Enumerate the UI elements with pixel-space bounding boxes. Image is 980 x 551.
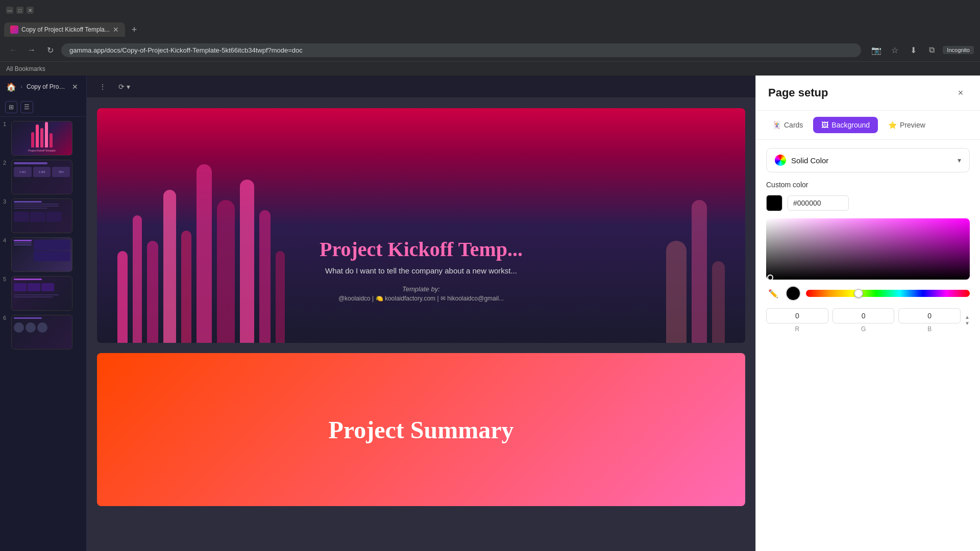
rgb-r-label: R [795,325,800,333]
tab-bar: Copy of Project Kickoff Templa... ✕ + [0,20,980,39]
slide-1: Project Kickoff Temp... What do I want t… [97,108,745,343]
tab-title: Copy of Project Kickoff Templa... [21,26,110,33]
breadcrumb-text: Copy of Project Kickoff Template [27,83,66,90]
color-gradient [766,218,970,280]
hue-slider-wrapper [806,290,970,297]
incognito-badge[interactable]: Incognito [943,46,974,54]
preview-tab-icon: ⭐ [888,121,897,129]
chevron-down-icon: ▾ [958,156,961,164]
hue-thumb[interactable] [854,289,863,298]
cards-tab-icon: 🃏 [772,121,781,129]
preview-tab-label: Preview [900,121,925,129]
address-bar-row: ← → ↻ 📷 ☆ ⬇ ⧉ Incognito [0,39,980,61]
background-tab-icon: 🖼 [821,121,828,129]
eyedropper-button[interactable]: ✏️ [766,287,780,300]
color-preview-swatch [766,195,782,211]
new-tab-button[interactable]: + [127,22,141,37]
tab-background[interactable]: 🖼 Background [813,117,878,133]
reload-button[interactable]: ↻ [43,43,57,57]
forward-button[interactable]: → [24,43,39,57]
rgb-r-input[interactable] [766,308,828,323]
slide-item-1[interactable]: 1 Project Kickoff Template [3,121,83,156]
tab-favicon [10,26,18,34]
solid-color-left: Solid Color [775,155,828,166]
sidebar-toolbar: ⊞ ☰ [0,98,86,117]
rotate-button[interactable]: ⟳ ▾ [114,81,134,93]
minimize-button[interactable]: — [6,7,13,14]
more-options-button[interactable]: ⋮ [95,81,110,93]
sidebar-close-button[interactable]: ✕ [70,82,80,92]
slides-container: Project Kickoff Temp... What do I want t… [87,98,755,551]
star-icon[interactable]: ☆ [888,43,902,57]
solid-color-dropdown[interactable]: Solid Color ▾ [766,148,970,172]
panel-header: Page setup × [756,76,980,111]
slide-item-6[interactable]: 6 [3,315,83,349]
rgb-row: R G B ▲ ▼ [766,308,970,333]
right-panel: Page setup × 🃏 Cards 🖼 Background ⭐ Prev… [755,76,980,551]
tab-preview[interactable]: ⭐ Preview [880,117,934,133]
picker-controls-row: ✏️ [766,286,970,301]
download-icon[interactable]: ⬇ [906,43,920,57]
sidebar-header: 🏠 › Copy of Project Kickoff Template ✕ [0,76,86,98]
rgb-spinner: ▲ ▼ [965,315,970,326]
color-hex-row [766,195,970,211]
rgb-r-group: R [766,308,828,333]
rgb-b-group: B [898,308,961,333]
panel-close-button[interactable]: × [953,86,968,100]
solid-color-icon [775,155,786,166]
background-tab-label: Background [831,121,870,129]
slide1-subtitle: What do I want to tell the company about… [97,266,745,275]
toolbar-right: 📷 ☆ ⬇ ⧉ Incognito [869,43,974,57]
picker-cursor[interactable] [767,274,773,280]
close-window-button[interactable]: ✕ [27,7,34,14]
grid-view-button[interactable]: ⊞ [5,101,17,113]
slide-thumbnail-2: 2,461 4,368 35% [11,160,72,194]
camera-icon[interactable]: 📷 [869,43,884,57]
rgb-g-label: G [861,325,866,333]
main-content: ⋮ ⟳ ▾ [87,76,755,551]
panel-tabs: 🃏 Cards 🖼 Background ⭐ Preview [756,111,980,140]
window-controls: — □ ✕ [6,7,34,14]
bookmarks-label: All Bookmarks [6,65,45,72]
slide-item-4[interactable]: 4 [3,237,83,272]
list-view-button[interactable]: ☰ [20,101,33,113]
slide-thumbnail-3 [11,198,72,233]
color-picker-area[interactable] [766,218,970,280]
slide-thumbnail-5 [11,276,72,311]
rgb-b-input[interactable] [898,308,961,323]
slide1-title: Project Kickoff Temp... [97,237,745,261]
tab-close-button[interactable]: ✕ [113,26,119,33]
slide1-template-label: Template by: [97,285,745,293]
slide-item-5[interactable]: 5 [3,276,83,311]
back-button[interactable]: ← [6,43,20,57]
slide2-title: Project Summary [329,416,514,444]
active-tab[interactable]: Copy of Project Kickoff Templa... ✕ [4,22,125,37]
panel-title: Page setup [768,86,828,99]
left-sidebar: 🏠 › Copy of Project Kickoff Template ✕ ⊞… [0,76,87,551]
slide-2: Project Summary [97,353,745,506]
slide-2-background: Project Summary [97,353,745,506]
breadcrumb-arrow: › [20,83,22,90]
maximize-button[interactable]: □ [16,7,23,14]
slide-1-background: Project Kickoff Temp... What do I want t… [97,108,745,343]
multiwindow-icon[interactable]: ⧉ [924,43,939,57]
spin-down-button[interactable]: ▼ [965,321,970,326]
slide-item-2[interactable]: 2 2,461 4,368 35% [3,160,83,194]
spin-up-button[interactable]: ▲ [965,315,970,320]
hex-color-input[interactable] [788,195,849,211]
black-swatch [786,286,801,301]
slide-item-3[interactable]: 3 [3,198,83,233]
slide-thumbnail-4 [11,237,72,272]
main-toolbar: ⋮ ⟳ ▾ [87,76,755,98]
home-button[interactable]: 🏠 [6,82,16,92]
slide-thumbnail-1: Project Kickoff Template [11,121,72,156]
cards-tab-label: Cards [784,121,803,129]
rgb-g-input[interactable] [832,308,895,323]
slide1-credits: @koolaidco | 🍋 koolaidfactory.com | ✉ hi… [97,295,745,302]
rgb-b-label: B [927,325,932,333]
address-input[interactable] [61,43,861,57]
bookmarks-bar: All Bookmarks [0,61,980,76]
panel-content: Solid Color ▾ Custom color [756,140,980,551]
custom-color-label: Custom color [766,181,970,189]
tab-cards[interactable]: 🃏 Cards [764,117,811,133]
